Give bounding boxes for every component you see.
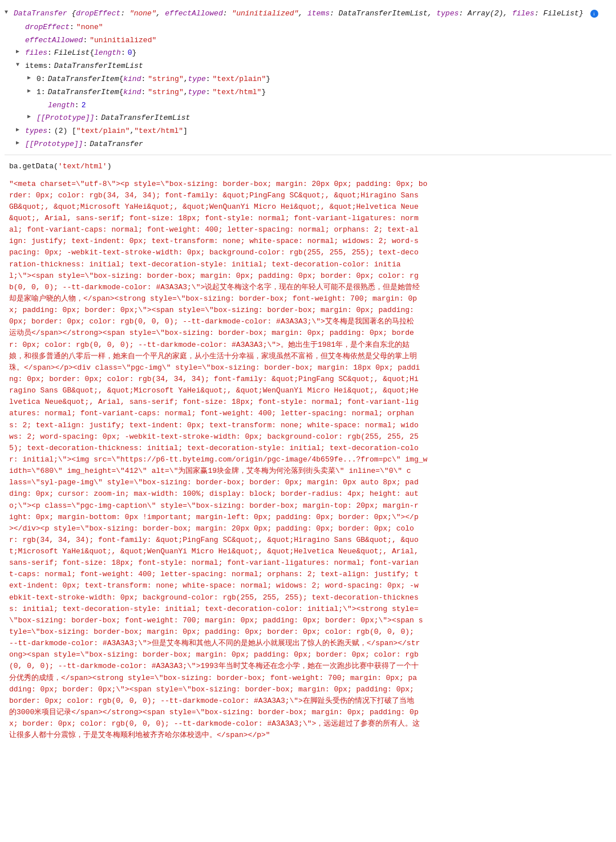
key-length: length [48, 100, 75, 112]
key-items: items [25, 60, 47, 72]
key-dropeffect: dropEffect [25, 22, 70, 34]
val-files: FileList [54, 47, 90, 59]
key-types: types [25, 126, 47, 137]
files-toggle[interactable] [16, 47, 24, 55]
prop-dropeffect: dropEffect : "none" [5, 21, 611, 34]
item1-toggle[interactable] [27, 87, 35, 95]
prop-types[interactable]: types : (2) [ "text/plain" , "text/html"… [5, 125, 611, 138]
devtools-panel: DataTransfer {dropEffect: "none", effect… [0, 5, 616, 759]
expand-arrow[interactable] [5, 8, 13, 16]
info-icon[interactable]: i [590, 10, 598, 18]
val-items-type: DataTransferItemList [54, 60, 143, 72]
types-toggle[interactable] [16, 126, 24, 133]
items-child-1[interactable]: 1 : DataTransferItem { kind : "string" ,… [5, 86, 611, 99]
val-effectallowed: "uninitialized" [90, 35, 156, 47]
divider [5, 155, 611, 155]
key-files: files [25, 47, 47, 59]
prop-items[interactable]: items : DataTransferItemList [5, 60, 611, 73]
getdata-call-line: ba.getData('text/html') [5, 159, 611, 175]
key-effectallowed: effectAllowed [25, 35, 83, 47]
val-dropeffect: "none" [76, 22, 103, 34]
items-toggle[interactable] [16, 60, 24, 68]
val-length: 2 [82, 100, 86, 112]
prop-effectallowed: effectAllowed : "uninitialized" [5, 34, 611, 47]
summary-text: DataTransfer {dropEffect: "none", effect… [14, 8, 598, 20]
prop-key-datatransfer: DataTransfer [14, 9, 67, 18]
main-proto-toggle[interactable] [16, 139, 24, 147]
prop-files[interactable]: files : FileList { length : 0 } [5, 47, 611, 60]
items-child-0[interactable]: 0 : DataTransferItem { kind : "string" ,… [5, 73, 611, 86]
object-summary[interactable]: DataTransfer {dropEffect: "none", effect… [5, 7, 611, 21]
proto-toggle[interactable] [27, 112, 35, 120]
main-prototype[interactable]: [[Prototype]] : DataTransfer [5, 138, 611, 151]
html-output-text: "<meta charset=\"utf-8\"><p style=\"box-… [5, 175, 611, 756]
item0-toggle[interactable] [27, 74, 35, 82]
items-prototype[interactable]: [[Prototype]] : DataTransferItemList [5, 112, 611, 125]
items-length: length : 2 [5, 99, 611, 112]
